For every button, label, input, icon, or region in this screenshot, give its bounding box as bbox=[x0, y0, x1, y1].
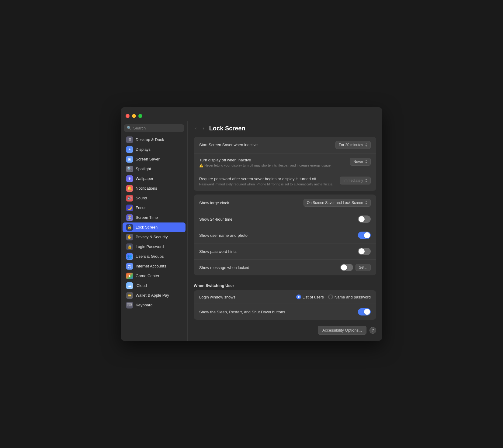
require-password-stepper[interactable]: Immediately ▲ ▼ bbox=[340, 177, 371, 184]
notifications-icon: 🔔 bbox=[126, 185, 133, 192]
sidebar-label-desktop-dock: Desktop & Dock bbox=[136, 137, 164, 142]
sidebar-item-keyboard[interactable]: ⌨ Keyboard bbox=[123, 300, 186, 310]
sleep-restart-row: Show the Sleep, Restart, and Shut Down b… bbox=[194, 304, 376, 320]
large-clock-control: On Screen Saver and Lock Screen ▲ ▼ bbox=[304, 199, 371, 207]
login-window-label: Login window shows bbox=[199, 295, 235, 299]
sidebar-item-screen-saver[interactable]: ▣ Screen Saver bbox=[123, 154, 186, 164]
icloud-icon: ☁ bbox=[126, 282, 133, 289]
hour-24-control bbox=[358, 215, 371, 223]
display-options-card: Show large clock On Screen Saver and Loc… bbox=[194, 195, 376, 275]
sidebar-label-wallpaper: Wallpaper bbox=[136, 176, 153, 181]
keyboard-icon: ⌨ bbox=[126, 302, 133, 308]
screen-saver-stepper[interactable]: For 20 minutes ▲ ▼ bbox=[335, 141, 371, 149]
sidebar-item-privacy-security[interactable]: ✋ Privacy & Security bbox=[123, 232, 186, 242]
sidebar-label-icloud: iCloud bbox=[136, 283, 147, 288]
sidebar-item-spotlight[interactable]: 🔍 Spotlight bbox=[123, 164, 186, 174]
hour-24-row: Show 24-hour time bbox=[194, 211, 376, 227]
stepper-arrows: ▲ ▼ bbox=[365, 143, 367, 147]
sidebar-label-game-center: Game Center bbox=[136, 274, 159, 278]
minimize-button[interactable] bbox=[132, 114, 136, 118]
traffic-lights bbox=[126, 114, 142, 118]
sidebar: 🔍 🖥 Desktop & Dock ✦ Displays ▣ Screen S… bbox=[121, 121, 188, 341]
sidebar-label-screen-time: Screen Time bbox=[136, 215, 158, 220]
screen-saver-icon: ▣ bbox=[126, 156, 133, 163]
login-password-icon: 🔒 bbox=[126, 243, 133, 250]
screen-saver-row: Start Screen Saver when inactive For 20 … bbox=[194, 137, 376, 153]
sidebar-label-displays: Displays bbox=[136, 147, 151, 152]
sidebar-item-desktop-dock[interactable]: 🖥 Desktop & Dock bbox=[123, 135, 186, 145]
close-button[interactable] bbox=[126, 114, 130, 118]
displays-icon: ✦ bbox=[126, 146, 133, 153]
password-hints-label: Show password hints bbox=[199, 249, 237, 254]
sidebar-label-wallet: Wallet & Apple Pay bbox=[136, 293, 169, 298]
bottom-bar: Accessibility Options... ? bbox=[194, 326, 376, 335]
sidebar-item-focus[interactable]: 🌙 Focus bbox=[123, 203, 186, 213]
window-body: 🔍 🖥 Desktop & Dock ✦ Displays ▣ Screen S… bbox=[121, 121, 382, 341]
require-password-control: Immediately ▲ ▼ bbox=[340, 177, 371, 184]
sidebar-item-wallet-apple-pay[interactable]: 💳 Wallet & Apple Pay bbox=[123, 291, 186, 300]
sidebar-item-wallpaper[interactable]: ❄ Wallpaper bbox=[123, 174, 186, 184]
help-button[interactable]: ? bbox=[369, 327, 376, 334]
sidebar-item-sound[interactable]: 🔊 Sound bbox=[123, 193, 186, 203]
sidebar-item-internet-accounts[interactable]: @ Internet Accounts bbox=[123, 261, 186, 271]
password-hints-toggle[interactable] bbox=[358, 248, 371, 255]
sidebar-item-lock-screen[interactable]: 🔒 Lock Screen bbox=[123, 222, 186, 232]
username-photo-control bbox=[358, 232, 371, 239]
search-icon: 🔍 bbox=[127, 126, 131, 130]
lock-screen-icon: 🔒 bbox=[126, 224, 133, 231]
login-window-options: List of users Name and password bbox=[296, 295, 371, 299]
username-photo-toggle[interactable] bbox=[358, 232, 371, 239]
sleep-restart-toggle-thumb bbox=[364, 309, 370, 315]
radio-name-label: Name and password bbox=[335, 295, 371, 299]
sidebar-item-users-groups[interactable]: 👥 Users & Groups bbox=[123, 252, 186, 261]
sleep-restart-label: Show the Sleep, Restart, and Shut Down b… bbox=[199, 310, 285, 314]
desktop-dock-icon: 🖥 bbox=[126, 136, 133, 143]
display-off-stepper[interactable]: Never ▲ ▼ bbox=[350, 158, 371, 166]
sidebar-label-focus: Focus bbox=[136, 205, 146, 210]
username-photo-label: Show user name and photo bbox=[199, 233, 248, 238]
sleep-restart-control bbox=[358, 308, 371, 315]
radio-name-unselected bbox=[328, 295, 333, 299]
back-button[interactable]: ‹ bbox=[194, 125, 198, 132]
sleep-restart-toggle[interactable] bbox=[358, 308, 371, 315]
display-off-label: Turn display off when inactive bbox=[199, 158, 345, 162]
search-input[interactable] bbox=[133, 126, 181, 130]
display-off-control: Never ▲ ▼ bbox=[350, 158, 371, 166]
require-password-content: Require password after screen saver begi… bbox=[199, 177, 335, 187]
hour-24-toggle-thumb bbox=[359, 216, 365, 222]
sidebar-label-internet-accounts: Internet Accounts bbox=[136, 264, 166, 268]
sidebar-item-icloud[interactable]: ☁ iCloud bbox=[123, 281, 186, 291]
set-message-button[interactable]: Set... bbox=[356, 264, 371, 271]
display-off-arrows: ▲ ▼ bbox=[365, 159, 367, 164]
radio-name-password[interactable]: Name and password bbox=[328, 295, 371, 299]
sidebar-item-game-center[interactable]: ● Game Center bbox=[123, 271, 186, 281]
require-password-row: Require password after screen saver begi… bbox=[194, 172, 376, 191]
hour-24-toggle[interactable] bbox=[358, 215, 371, 223]
game-center-icon: ● bbox=[126, 273, 133, 279]
large-clock-stepper[interactable]: On Screen Saver and Lock Screen ▲ ▼ bbox=[304, 199, 371, 207]
password-hints-row: Show password hints bbox=[194, 243, 376, 260]
sidebar-item-login-password[interactable]: 🔒 Login Password bbox=[123, 242, 186, 252]
switching-user-card: Login window shows List of users Name an… bbox=[194, 290, 376, 320]
focus-icon: 🌙 bbox=[126, 205, 133, 211]
message-locked-row: Show message when locked Set... bbox=[194, 260, 376, 275]
users-groups-icon: 👥 bbox=[126, 253, 133, 260]
large-clock-value: On Screen Saver and Lock Screen bbox=[307, 201, 363, 205]
sidebar-item-screen-time[interactable]: ⏳ Screen Time bbox=[123, 213, 186, 222]
login-window-row: Login window shows List of users Name an… bbox=[194, 290, 376, 304]
message-locked-toggle[interactable] bbox=[340, 264, 353, 271]
sidebar-item-displays[interactable]: ✦ Displays bbox=[123, 145, 186, 154]
search-bar[interactable]: 🔍 bbox=[124, 124, 184, 132]
forward-button[interactable]: › bbox=[201, 125, 205, 132]
radio-inner-dot bbox=[298, 296, 300, 298]
internet-accounts-icon: @ bbox=[126, 263, 133, 270]
display-off-sublabel: ⚠️ Never letting your display turn off m… bbox=[199, 163, 345, 168]
sidebar-item-notifications[interactable]: 🔔 Notifications bbox=[123, 184, 186, 193]
radio-list-label: List of users bbox=[303, 295, 324, 299]
accessibility-options-button[interactable]: Accessibility Options... bbox=[318, 326, 366, 335]
maximize-button[interactable] bbox=[138, 114, 142, 118]
screen-saver-label: Start Screen Saver when inactive bbox=[199, 143, 258, 147]
radio-list-of-users[interactable]: List of users bbox=[296, 295, 324, 299]
message-locked-control: Set... bbox=[340, 264, 371, 271]
sidebar-label-users-groups: Users & Groups bbox=[136, 254, 164, 259]
